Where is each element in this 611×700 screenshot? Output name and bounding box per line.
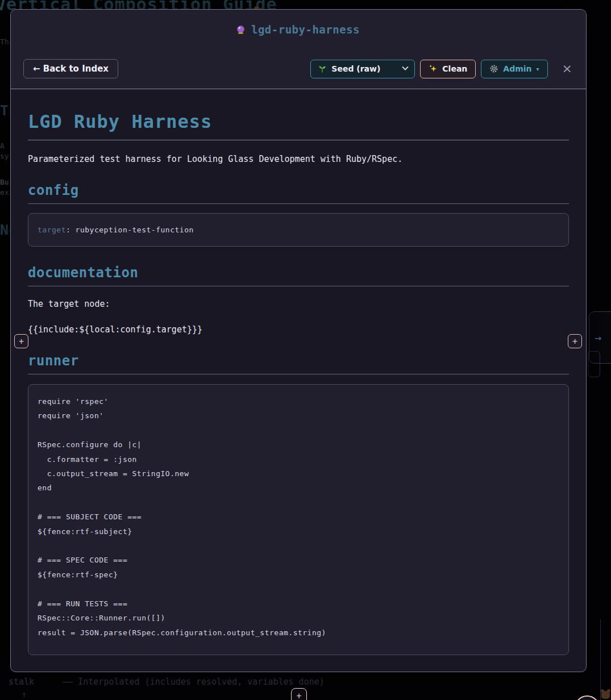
sparkles-icon bbox=[429, 64, 438, 73]
clean-button-label: Clean bbox=[442, 64, 467, 73]
config-code-block: target: rubyception-test-function bbox=[28, 213, 569, 247]
legend-description: —— Interpolated (includes resolved, vari… bbox=[63, 677, 325, 687]
modal-title-row: lgd-ruby-harness bbox=[23, 23, 572, 36]
background-legend: stalk —— Interpolated (includes resolved… bbox=[9, 677, 325, 687]
section-heading-config: config bbox=[28, 182, 569, 198]
toolbar: ← Back to Index Seed (raw) bbox=[23, 59, 572, 78]
background-text-fragment: syn bbox=[0, 152, 10, 160]
runner-code-block: require 'rspec' require 'json' RSpec.con… bbox=[28, 384, 569, 655]
insert-bottom-button[interactable]: + bbox=[291, 688, 307, 700]
close-icon[interactable]: × bbox=[562, 63, 572, 75]
divider bbox=[28, 286, 569, 286]
divider bbox=[28, 374, 569, 374]
doc-paragraph: {{include:${local:config.target}}} bbox=[28, 324, 569, 335]
clean-button[interactable]: Clean bbox=[420, 60, 476, 78]
background-text-fragment: The bbox=[0, 38, 10, 46]
background-text-fragment: A r bbox=[0, 141, 10, 150]
gear-icon bbox=[489, 64, 498, 73]
admin-button[interactable]: Admin ▾ bbox=[481, 60, 547, 78]
bear-icon bbox=[601, 691, 610, 699]
insert-right-button[interactable]: + bbox=[568, 334, 582, 348]
back-to-index-button[interactable]: ← Back to Index bbox=[23, 59, 118, 78]
doc-intro: Parameterized test harness for Looking G… bbox=[28, 154, 569, 164]
background-text-fragment: Bui bbox=[0, 178, 10, 186]
chevron-down-icon bbox=[402, 64, 409, 70]
toolbar-right: Seed (raw) Clean Admin bbox=[310, 60, 572, 78]
background-text-fragment: The bbox=[0, 102, 10, 119]
background-text-fragment: No bbox=[0, 222, 10, 238]
seed-select-value: Seed (raw) bbox=[331, 64, 380, 73]
background-node-box-small bbox=[588, 351, 600, 377]
background-panel-edge bbox=[600, 619, 601, 700]
seedling-icon bbox=[318, 64, 327, 73]
config-code-value: : rubyception-test-function bbox=[66, 226, 194, 234]
section-heading-documentation: documentation bbox=[28, 265, 569, 281]
right-arrow-icon: → bbox=[589, 331, 601, 344]
modal-header: lgd-ruby-harness ← Back to Index Seed (r… bbox=[11, 10, 586, 89]
insert-left-button[interactable]: + bbox=[14, 334, 28, 348]
section-heading-runner: runner bbox=[28, 353, 569, 369]
document-body: LGD Ruby Harness Parameterized test harn… bbox=[11, 111, 586, 655]
background-text-fragment: exa bbox=[0, 188, 10, 197]
divider bbox=[28, 140, 569, 140]
config-code-key: target bbox=[38, 226, 66, 234]
harness-modal: lgd-ruby-harness ← Back to Index Seed (r… bbox=[10, 9, 587, 672]
up-arrow-icon: ↑ bbox=[22, 690, 26, 699]
seed-view-select[interactable]: Seed (raw) bbox=[310, 60, 415, 78]
modal-title: lgd-ruby-harness bbox=[251, 23, 360, 36]
crystal-ball-icon bbox=[236, 25, 246, 35]
admin-button-label: Admin bbox=[503, 64, 531, 73]
floating-action-button[interactable] bbox=[575, 695, 600, 700]
divider bbox=[28, 203, 569, 204]
doc-title: LGD Ruby Harness bbox=[28, 111, 569, 132]
doc-paragraph: The target node: bbox=[28, 299, 569, 309]
legend-term: stalk bbox=[9, 677, 34, 687]
caret-down-icon: ▾ bbox=[537, 66, 539, 72]
